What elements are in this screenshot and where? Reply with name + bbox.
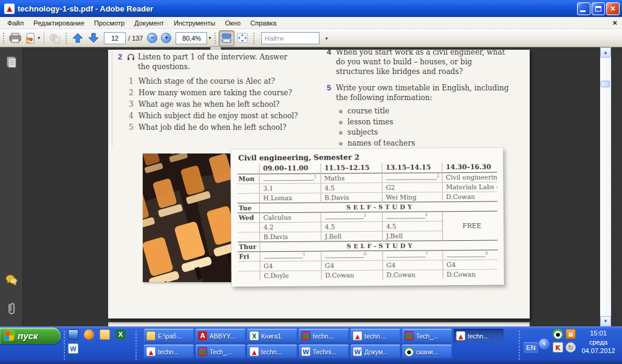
tray-clock[interactable]: 15:01 среда 04.07.2012 [576, 329, 621, 356]
next-page-button[interactable] [86, 30, 101, 46]
tray-collapse-icon[interactable]: ‹ [539, 339, 550, 349]
language-indicator[interactable]: EN [524, 342, 538, 353]
taskbar-button[interactable]: E:\раб... [144, 329, 194, 343]
kaspersky-icon[interactable]: K [553, 342, 563, 352]
collaborate-caret-icon: ▾ [38, 35, 40, 41]
room-cell: G2 [382, 182, 442, 192]
find-input[interactable] [261, 32, 320, 44]
word-icon: W [301, 347, 310, 356]
taskbar-button[interactable]: AABBYY... [196, 329, 245, 343]
taskbar-button[interactable]: XКнига1 [247, 329, 297, 343]
comments-panel-icon[interactable] [5, 273, 18, 286]
exercise-2-text: Listen to part 1 of the interview. Answe… [138, 52, 301, 72]
question-text: Which subject did he enjoy most at schoo… [138, 110, 298, 122]
desktop-icon[interactable] [68, 329, 78, 340]
pages-panel-icon[interactable] [5, 56, 18, 69]
room-cell: 4.5 [321, 183, 382, 193]
toolbar-grip[interactable] [2, 32, 5, 45]
word-icon: W [353, 347, 362, 356]
subject-cell: 5 [259, 251, 321, 261]
question-number: 1 [129, 76, 134, 87]
close-document-icon[interactable]: × [612, 19, 617, 27]
sync-icon[interactable]: ↻ [566, 342, 576, 352]
toolbar-grip[interactable] [252, 32, 256, 45]
scroll-up-icon[interactable]: ▲ [600, 47, 611, 58]
taskbar-button-label: Докум... [364, 348, 388, 356]
taskbar-handle[interactable] [518, 330, 521, 360]
headphones-icon [127, 53, 135, 61]
taskbar-button[interactable]: скани... [402, 345, 452, 359]
zoom-level-input[interactable] [176, 32, 207, 44]
room-cell: G4 [442, 260, 497, 270]
taskbar-button[interactable]: ▲techn... [454, 329, 504, 343]
taskbar-button[interactable]: ▲techn... [350, 329, 400, 343]
menu-tools[interactable]: Инструменты [169, 18, 220, 28]
menu-document[interactable]: Документ [129, 18, 169, 28]
folder-icon[interactable] [100, 329, 110, 340]
find-caret-icon[interactable]: ▾ [325, 36, 327, 41]
collaborate-button[interactable]: ▾ [23, 30, 41, 46]
fit-page-button[interactable] [234, 30, 250, 46]
start-button-label: пуск [18, 331, 38, 340]
zoom-out-button[interactable]: − [147, 33, 157, 43]
toolbar-grip[interactable] [64, 32, 68, 45]
taskbar-button[interactable]: WДокум... [350, 345, 400, 359]
exercise-4: 4 When you start work as a civil enginee… [327, 50, 516, 76]
taskbar-button[interactable]: Tech_... [402, 329, 452, 343]
room-cell: 4.2 [259, 222, 321, 232]
taskbar-button-label: techn... [468, 332, 488, 340]
teacher-cell: C.Doyle [260, 271, 321, 281]
clipboard-icon[interactable]: ▦ [566, 329, 576, 339]
room-cell: G4 [260, 261, 321, 271]
restore-button[interactable] [592, 2, 605, 15]
winrar-icon [405, 331, 414, 340]
fit-page-icon [237, 33, 248, 43]
scroll-down-icon[interactable]: ▼ [600, 316, 611, 326]
print-button[interactable] [7, 30, 23, 46]
toolbar-grip[interactable] [213, 32, 217, 45]
taskbar-button-label: techn... [261, 348, 282, 356]
pdf-icon: ▲ [456, 331, 465, 340]
taskbar-button[interactable]: ▲techn... [144, 345, 194, 359]
bullet-item: names of teachers [339, 138, 516, 149]
taskbar-button[interactable]: Tech_... [196, 345, 245, 359]
menu-file[interactable]: Файл [2, 18, 29, 28]
eye-icon[interactable] [553, 329, 563, 339]
room-cell: G4 [382, 260, 442, 270]
room-cell: Materials Labs 4.4 [442, 182, 497, 192]
subject-cell: 4 [382, 211, 442, 221]
taskbar-button[interactable]: WTechni... [299, 345, 349, 359]
taskbar-button[interactable]: ▲techn... [247, 345, 297, 359]
taskbar-button-label: ABBYY... [210, 332, 235, 340]
teacher-cell: Wei Ming [382, 192, 442, 202]
page-number-input[interactable] [104, 32, 126, 44]
bullet-item: subjects [339, 127, 516, 138]
lecture-hall-photo [143, 153, 237, 282]
vertical-scrollbar[interactable]: ▲ ▼ [600, 47, 611, 326]
excel-icon[interactable]: X [115, 329, 126, 340]
page-scan-edge [112, 50, 112, 147]
menu-window[interactable]: Окно [220, 18, 245, 28]
minimize-button[interactable] [577, 2, 590, 15]
winrar-icon [301, 331, 310, 340]
question-item: 3What age was he when he left school? [129, 99, 301, 110]
taskbar-handle[interactable] [135, 330, 138, 360]
scrolling-mode-button[interactable] [219, 30, 234, 46]
pdf-icon: ▲ [146, 347, 156, 356]
share-button[interactable] [47, 30, 63, 46]
previous-page-button[interactable] [70, 30, 86, 46]
menu-edit[interactable]: Редактирование [29, 18, 89, 28]
attachments-panel-icon[interactable] [5, 302, 18, 315]
word-icon[interactable]: W [68, 343, 78, 354]
firefox-icon[interactable] [84, 329, 94, 340]
zoom-in-button[interactable]: + [161, 33, 171, 43]
close-button[interactable]: × [606, 2, 620, 15]
menu-view[interactable]: Просмотр [89, 18, 129, 28]
scrollbar-thumb[interactable] [601, 81, 610, 87]
start-button[interactable]: пуск [0, 328, 61, 344]
main-area: 2 Listen to part 1 of the interview. Ans… [0, 47, 622, 326]
zoom-caret-icon[interactable]: ▾ [208, 35, 211, 41]
taskbar-handle[interactable] [63, 330, 66, 360]
menu-help[interactable]: Справка [245, 18, 281, 28]
taskbar-button[interactable]: techn... [299, 329, 349, 343]
